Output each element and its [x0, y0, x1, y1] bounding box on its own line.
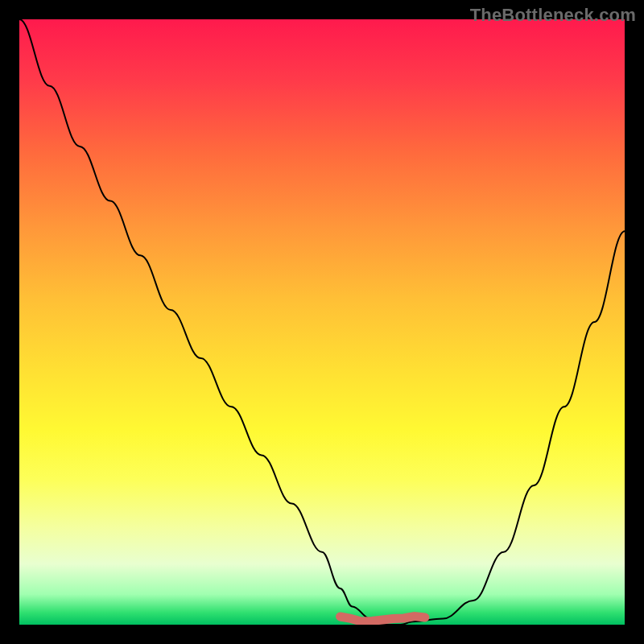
- chart-plot-area: [19, 19, 625, 625]
- bottleneck-curve-path: [19, 19, 625, 625]
- watermark-label: TheBottleneck.com: [470, 5, 636, 26]
- flat-region-highlight: [341, 617, 425, 621]
- curve-group: [19, 19, 625, 625]
- chart-svg: [19, 19, 625, 625]
